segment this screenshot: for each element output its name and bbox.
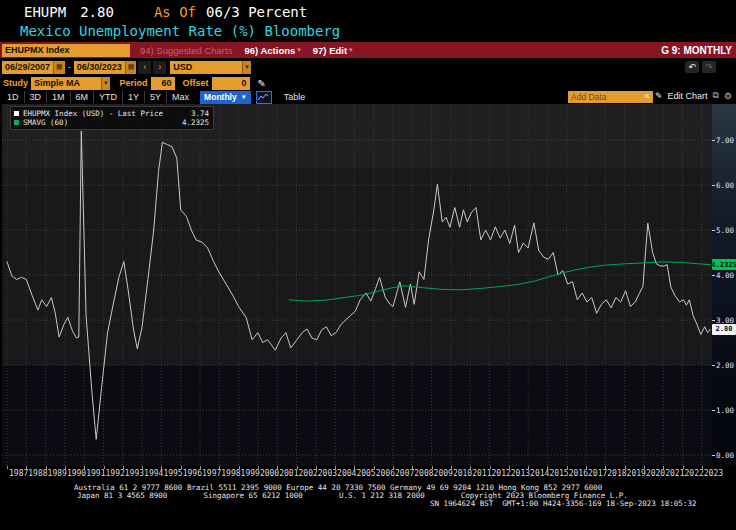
range-tab-max[interactable]: Max xyxy=(167,91,194,103)
x-axis-year-label: 2020 xyxy=(646,469,665,478)
x-axis-year-label: 2021 xyxy=(665,469,684,478)
x-axis-year-label: 2016 xyxy=(569,469,588,478)
tick-mark xyxy=(46,466,47,469)
chevron-left-icon[interactable]: ‹ xyxy=(138,61,151,74)
tick-mark xyxy=(393,466,394,469)
x-axis-year-label: 2015 xyxy=(549,469,568,478)
x-axis-year-label: 1987 xyxy=(9,469,28,478)
x-axis-year-label: 2006 xyxy=(376,469,395,478)
study-select[interactable]: Simple MA xyxy=(31,77,101,90)
legend-value: 4.2325 xyxy=(175,118,209,127)
x-axis-year-label: 2002 xyxy=(299,469,318,478)
collapse-icon[interactable]: « xyxy=(644,90,650,101)
undo-icon[interactable]: ↶ xyxy=(685,61,699,73)
edit-menu[interactable]: 97) Edit xyxy=(313,45,347,56)
tick-mark xyxy=(683,466,684,469)
x-axis-year-label: 2001 xyxy=(279,469,298,478)
study-toolbar: Study Simple MA▾ Period 60 Offset 0 ✎ xyxy=(0,76,736,90)
gear-icon[interactable]: ⚙ xyxy=(724,91,732,101)
range-tab-6m[interactable]: 6M xyxy=(71,91,95,103)
pop-out-window-icon[interactable]: ⧉ xyxy=(712,90,718,101)
ticker-price: 2.80 xyxy=(80,4,114,20)
add-data-input[interactable]: Add Data xyxy=(568,91,653,103)
tick-mark xyxy=(354,466,355,469)
ticker-header: EHUPM2.80As Of06/3 Percent xyxy=(24,4,307,20)
currency-select[interactable]: USD xyxy=(170,61,242,74)
tick-mark xyxy=(432,466,433,469)
redo-icon[interactable]: ↷ xyxy=(702,61,716,73)
dropdown-arrow-icon[interactable]: ▾ xyxy=(101,77,110,90)
range-tab-3d[interactable]: 3D xyxy=(25,91,48,103)
x-axis-year-label: 1998 xyxy=(221,469,240,478)
ticker-symbol: EHUPM xyxy=(24,4,66,20)
suggested-charts-menu[interactable]: 94) Suggested Charts xyxy=(140,45,232,56)
period-label: Period xyxy=(120,78,148,88)
legend-swatch xyxy=(14,111,19,116)
tick-mark xyxy=(712,140,715,141)
tick-mark xyxy=(123,466,124,469)
y-axis-tick-label: 6.00 xyxy=(712,181,736,190)
x-axis-year-label: 1996 xyxy=(183,469,202,478)
x-axis-year-label: 2019 xyxy=(627,469,646,478)
x-axis-year-label: 2023 xyxy=(704,469,723,478)
line-chart-icon[interactable] xyxy=(256,91,272,104)
x-axis: 1987198819891990199119921993199419951996… xyxy=(2,466,714,480)
y-axis-tick-label: 7.00 xyxy=(712,136,736,145)
last-value-badge: 4.2325 xyxy=(712,259,736,270)
range-tab-1y[interactable]: 1Y xyxy=(123,91,145,103)
x-axis-year-label: 2003 xyxy=(318,469,337,478)
chevron-down-icon: ▾ xyxy=(349,46,353,54)
tick-mark xyxy=(702,466,703,469)
tick-mark xyxy=(712,455,715,456)
tick-mark xyxy=(490,466,491,469)
edit-chart-button[interactable]: Edit Chart xyxy=(667,91,707,101)
tick-mark xyxy=(161,466,162,469)
calendar-icon[interactable]: ▦ xyxy=(125,61,137,74)
dropdown-arrow-icon[interactable]: ▾ xyxy=(242,61,251,74)
x-axis-year-label: 2005 xyxy=(356,469,375,478)
tick-mark xyxy=(528,466,529,469)
security-input[interactable]: EHUPMX Index xyxy=(2,44,130,57)
date-from-input[interactable]: 06/29/2007 xyxy=(2,61,53,74)
range-toolbar: 1D3D1M6MYTD1Y5YMax Monthly▼ Table Add Da… xyxy=(0,90,736,104)
tick-mark xyxy=(605,466,606,469)
x-axis-year-label: 2018 xyxy=(607,469,626,478)
tick-mark xyxy=(200,466,201,469)
chevron-right-icon[interactable]: › xyxy=(153,61,166,74)
period-input[interactable]: 60 xyxy=(151,77,175,90)
tick-mark xyxy=(65,466,66,469)
tick-mark xyxy=(335,466,336,469)
x-axis-year-label: 2014 xyxy=(530,469,549,478)
x-axis-year-label: 1989 xyxy=(48,469,67,478)
y-axis-tick-label: 4.00 xyxy=(712,271,736,280)
tick-mark xyxy=(644,466,645,469)
chart-legend: EHUPMX Index (USD) - Last Price 3.74 SMA… xyxy=(10,106,214,130)
command-bar: EHUPMX Index 94) Suggested Charts 96) Ac… xyxy=(0,42,736,58)
y-axis: 0.001.002.003.004.005.006.007.004.23252.… xyxy=(712,104,736,466)
actions-menu[interactable]: 96) Actions xyxy=(244,45,295,56)
tick-mark xyxy=(509,466,510,469)
range-tab-1m[interactable]: 1M xyxy=(47,91,71,103)
tick-mark xyxy=(547,466,548,469)
x-axis-year-label: 2017 xyxy=(588,469,607,478)
offset-label: Offset xyxy=(183,78,209,88)
range-tabs: 1D3D1M6MYTD1Y5YMax xyxy=(2,91,194,103)
date-range-separator: - xyxy=(68,62,71,72)
x-axis-year-label: 2012 xyxy=(492,469,511,478)
tick-mark xyxy=(470,466,471,469)
as-of-value: 06/3 Percent xyxy=(206,4,307,20)
table-tab[interactable]: Table xyxy=(284,92,306,102)
offset-input[interactable]: 0 xyxy=(212,77,250,90)
range-tab-5y[interactable]: 5Y xyxy=(145,91,167,103)
pencil-icon[interactable]: ✎ xyxy=(258,78,266,89)
x-axis-year-label: 1991 xyxy=(86,469,105,478)
calendar-icon[interactable]: ▦ xyxy=(53,61,65,74)
range-tab-ytd[interactable]: YTD xyxy=(94,91,123,103)
chart-plot-area[interactable]: EHUPMX Index (USD) - Last Price 3.74 SMA… xyxy=(2,104,712,466)
frequency-select[interactable]: Monthly▼ xyxy=(200,91,251,104)
date-to-input[interactable]: 06/30/2023 xyxy=(74,61,125,74)
range-tab-1d[interactable]: 1D xyxy=(2,91,25,103)
tick-mark xyxy=(712,275,715,276)
tick-mark xyxy=(181,466,182,469)
tick-mark xyxy=(586,466,587,469)
